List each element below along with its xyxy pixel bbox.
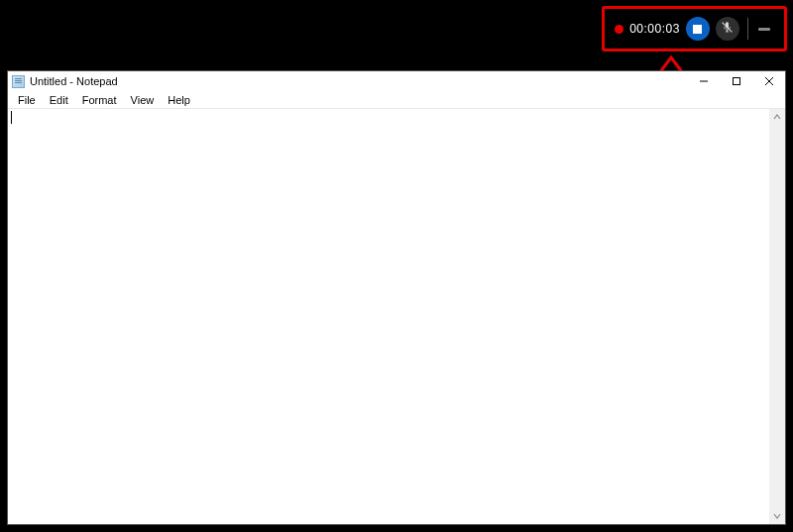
- text-editor[interactable]: [8, 109, 769, 524]
- notepad-window: Untitled - Notepad File Edit Format View…: [7, 70, 786, 525]
- text-cursor: [11, 111, 12, 124]
- scroll-up-button[interactable]: [769, 109, 785, 125]
- maximize-button[interactable]: [720, 71, 752, 91]
- minimize-button[interactable]: [687, 71, 720, 91]
- mic-mute-button[interactable]: [716, 17, 739, 41]
- menubar: File Edit Format View Help: [8, 91, 785, 109]
- window-controls: [687, 71, 785, 91]
- minimize-toolbar-button[interactable]: [754, 17, 774, 41]
- svg-rect-0: [733, 78, 739, 85]
- minimize-icon: [699, 76, 709, 86]
- recording-toolbar: 00:00:03: [602, 6, 787, 52]
- notepad-app-icon: [12, 75, 25, 88]
- window-title: Untitled - Notepad: [30, 75, 118, 87]
- menu-view[interactable]: View: [125, 93, 161, 107]
- scroll-down-button[interactable]: [769, 508, 785, 524]
- recording-timer: 00:00:03: [629, 22, 680, 36]
- stop-icon: [693, 25, 702, 34]
- close-button[interactable]: [752, 71, 785, 91]
- recording-toolbar-inner: 00:00:03: [615, 17, 774, 41]
- record-indicator-icon: [615, 25, 623, 34]
- chevron-down-icon: [773, 511, 781, 521]
- stop-recording-button[interactable]: [686, 17, 710, 41]
- menu-format[interactable]: Format: [76, 93, 123, 107]
- vertical-scrollbar[interactable]: [769, 109, 785, 524]
- toolbar-separator: [747, 18, 748, 40]
- minimize-icon: [758, 28, 770, 31]
- mic-muted-icon: [721, 21, 734, 37]
- menu-edit[interactable]: Edit: [44, 93, 74, 107]
- titlebar[interactable]: Untitled - Notepad: [8, 71, 785, 91]
- close-icon: [764, 76, 774, 86]
- chevron-up-icon: [773, 112, 781, 122]
- menu-file[interactable]: File: [12, 93, 42, 107]
- menu-help[interactable]: Help: [162, 93, 196, 107]
- editor-area: [8, 109, 785, 524]
- maximize-icon: [732, 76, 741, 86]
